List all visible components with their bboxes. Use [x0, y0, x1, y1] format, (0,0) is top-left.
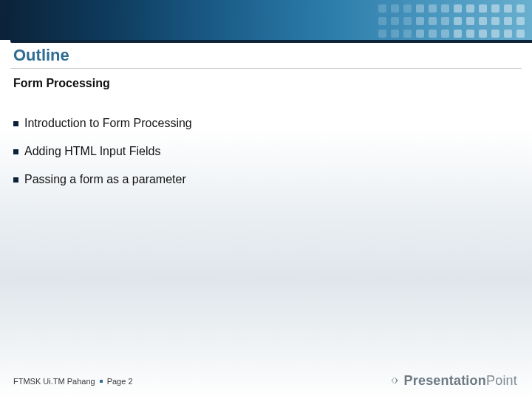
brand-text-light: Point [486, 373, 517, 389]
header-underline [10, 40, 532, 43]
bullet-icon [13, 121, 18, 126]
separator-icon [100, 380, 103, 383]
list-item: Adding HTML Input Fields [13, 145, 192, 158]
title-divider [10, 68, 522, 69]
decorative-dots [378, 4, 525, 38]
footer-org: FTMSK Ui.TM Pahang [13, 377, 95, 386]
subtitle: Form Processing [13, 77, 110, 90]
page-title: Outline [13, 46, 69, 65]
list-item: Passing a form as a parameter [13, 173, 192, 186]
bullet-icon [13, 149, 18, 154]
header-band [0, 0, 532, 40]
slide: Outline Form Processing Introduction to … [0, 0, 532, 399]
bullet-text: Introduction to Form Processing [24, 117, 192, 130]
brand-mark-icon [389, 375, 400, 386]
bullet-text: Adding HTML Input Fields [24, 145, 160, 158]
bullet-text: Passing a form as a parameter [24, 173, 186, 186]
brand-text-bold: Presentation [404, 373, 486, 389]
footer-page: Page 2 [107, 377, 133, 386]
list-item: Introduction to Form Processing [13, 117, 192, 130]
brand-logo: PresentationPoint [389, 373, 517, 389]
bullet-icon [13, 177, 18, 183]
footer: FTMSK Ui.TM Pahang Page 2 [13, 377, 133, 386]
bullet-list: Introduction to Form Processing Adding H… [13, 117, 192, 201]
